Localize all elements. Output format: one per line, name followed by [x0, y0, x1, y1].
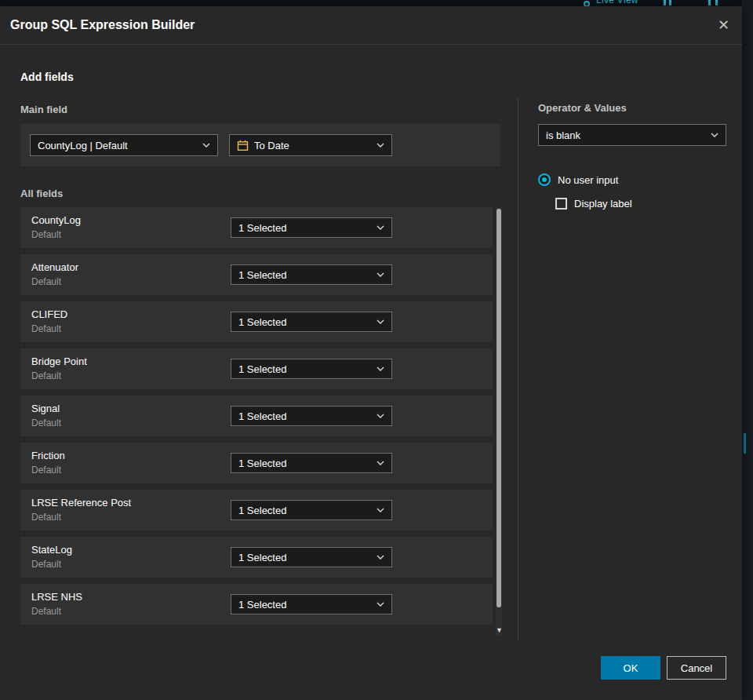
operator-dropdown-value: is blank [546, 129, 580, 141]
field-row: LRSE Reference Post Default 1 Selected [20, 490, 493, 530]
checkbox-unchecked-icon [555, 198, 567, 210]
field-name: CountyLog [31, 214, 81, 226]
close-icon[interactable]: ✕ [718, 18, 729, 32]
toolbar-icon [715, 0, 718, 5]
field-sub: Default [31, 512, 61, 523]
field-selected-label: 1 Selected [238, 410, 286, 422]
main-field-row: CountyLog | Default To Date [20, 124, 500, 166]
field-selected-dropdown[interactable]: 1 Selected [231, 406, 392, 426]
main-field-dropdown[interactable]: CountyLog | Default [30, 134, 218, 156]
field-selected-label: 1 Selected [238, 363, 286, 375]
background-app-topbar: Live View [0, 0, 753, 6]
pause-bar-icon [669, 0, 671, 5]
operator-dropdown[interactable]: is blank [538, 124, 726, 146]
chevron-down-icon [376, 461, 384, 465]
field-name: Bridge Point [31, 355, 87, 367]
chevron-down-icon [202, 143, 210, 148]
field-row: CountyLog Default 1 Selected [20, 207, 493, 248]
field-selected-label: 1 Selected [238, 269, 286, 281]
field-sub: Default [31, 465, 61, 476]
sql-expression-builder-dialog: Group SQL Expression Builder ✕ Add field… [0, 6, 742, 700]
field-selected-dropdown[interactable]: 1 Selected [231, 547, 392, 567]
field-selected-label: 1 Selected [238, 552, 286, 563]
field-row: Signal Default 1 Selected [20, 396, 493, 436]
field-sub: Default [31, 370, 61, 381]
field-sub: Default [31, 606, 61, 617]
field-sub: Default [31, 229, 61, 240]
live-view-dot-icon [584, 1, 590, 6]
chevron-down-icon [376, 225, 384, 230]
field-selected-label: 1 Selected [238, 505, 286, 516]
display-label-checkbox[interactable]: Display label [555, 198, 632, 210]
background-app-rightstrip [742, 0, 753, 700]
pause-bar-icon [664, 0, 666, 5]
chevron-down-icon [376, 143, 384, 148]
field-row: LRSE NHS Default 1 Selected [20, 584, 493, 625]
add-fields-title: Add fields [20, 71, 74, 83]
field-name: Attenuator [31, 261, 78, 273]
cancel-button[interactable]: Cancel [667, 656, 726, 680]
field-row: StateLog Default 1 Selected [20, 537, 493, 578]
field-selected-dropdown[interactable]: 1 Selected [231, 500, 392, 520]
field-selected-dropdown[interactable]: 1 Selected [231, 264, 392, 285]
field-name: CLIFED [31, 308, 67, 320]
chevron-down-icon [711, 133, 718, 137]
display-label-label: Display label [574, 198, 632, 210]
field-selected-label: 1 Selected [238, 599, 286, 611]
all-fields-list: CountyLog Default 1 Selected Attenuator … [20, 207, 493, 631]
field-selected-label: 1 Selected [238, 316, 286, 328]
chevron-down-icon [376, 366, 384, 371]
chevron-down-icon [376, 508, 384, 512]
field-selected-label: 1 Selected [238, 222, 286, 234]
chevron-down-icon [376, 272, 384, 277]
chevron-down-icon [376, 319, 384, 324]
scrollbar-thumb[interactable] [497, 209, 501, 607]
field-row: CLIFED Default 1 Selected [20, 301, 493, 342]
scroll-down-icon[interactable]: ▼ [496, 625, 502, 636]
toolbar-icon [708, 0, 711, 5]
field-name: Friction [31, 450, 65, 461]
field-sub: Default [31, 323, 61, 334]
field-row: Bridge Point Default 1 Selected [20, 348, 493, 389]
field-sub: Default [31, 276, 61, 287]
date-field-dropdown-value: To Date [254, 140, 289, 151]
main-field-label: Main field [20, 104, 67, 115]
field-name: Signal [31, 403, 60, 414]
no-user-input-radio[interactable]: No user input [538, 173, 618, 186]
field-name: StateLog [31, 544, 72, 556]
screen: Live View Group SQL Expression Builder ✕… [0, 0, 753, 700]
field-selected-dropdown[interactable]: 1 Selected [231, 217, 392, 238]
ok-button[interactable]: OK [601, 656, 660, 680]
field-name: LRSE Reference Post [31, 497, 131, 509]
field-name: LRSE NHS [31, 591, 82, 603]
no-user-input-label: No user input [558, 174, 618, 186]
field-selected-dropdown[interactable]: 1 Selected [231, 312, 392, 332]
field-selected-dropdown[interactable]: 1 Selected [231, 453, 392, 473]
dialog-title: Group SQL Expression Builder [10, 18, 195, 32]
calendar-icon [237, 140, 249, 151]
main-field-dropdown-value: CountyLog | Default [38, 140, 128, 151]
field-selected-dropdown[interactable]: 1 Selected [231, 359, 392, 379]
field-sub: Default [31, 417, 61, 428]
chevron-down-icon [376, 602, 384, 607]
all-fields-label: All fields [20, 188, 63, 199]
divider [518, 97, 518, 640]
date-field-dropdown[interactable]: To Date [229, 134, 392, 156]
field-row: Friction Default 1 Selected [20, 443, 493, 483]
radio-selected-icon [538, 173, 551, 186]
dialog-header: Group SQL Expression Builder ✕ [0, 6, 742, 45]
chevron-down-icon [376, 414, 384, 418]
live-view-label: Live View [596, 0, 638, 5]
background-accent [744, 433, 746, 454]
scrollbar[interactable]: ▼ [496, 207, 502, 636]
field-row: Attenuator Default 1 Selected [20, 254, 493, 295]
field-selected-label: 1 Selected [238, 458, 286, 469]
chevron-down-icon [376, 555, 384, 560]
field-sub: Default [31, 559, 61, 570]
operator-values-label: Operator & Values [538, 102, 627, 114]
field-selected-dropdown[interactable]: 1 Selected [231, 594, 392, 614]
